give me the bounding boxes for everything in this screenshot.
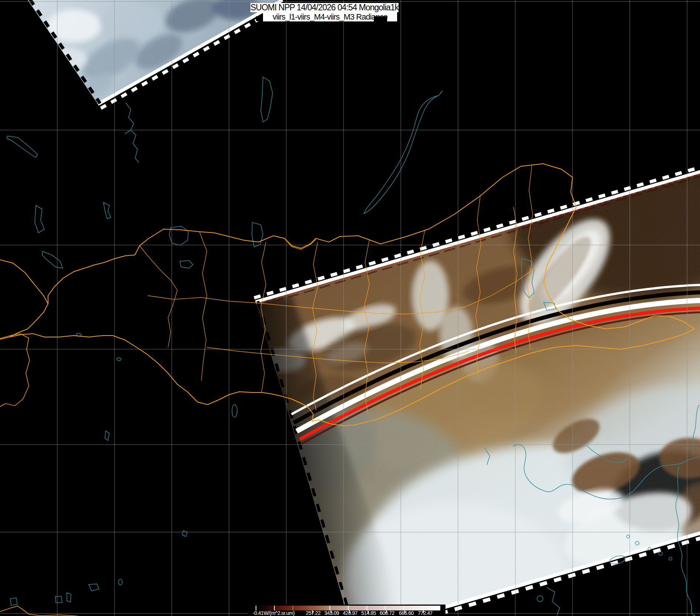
satellite-scene xyxy=(0,0,700,616)
radiance-colorbar: -0.41W/(m^2.sr.um) 257.22343.09428.97514… xyxy=(248,605,445,616)
satellite-swath xyxy=(248,142,700,616)
swath-terrain-texture xyxy=(256,142,700,616)
colorbar-tick-label: 343.09 xyxy=(324,610,339,616)
colorbar-unit-label: -0.41W/(m^2.sr.um) xyxy=(253,610,294,616)
colorbar-tick-label: 772.47 xyxy=(418,610,433,616)
colorbar-endcap xyxy=(438,606,440,610)
satellite-viewer-canvas: SUOMI NPP 14/04/2026 04:54 Mongolia1km v… xyxy=(0,0,700,616)
colorbar-tick-label: 686.60 xyxy=(399,610,414,616)
fragment-cloud-texture xyxy=(22,0,284,111)
colorbar-tick-label: 428.97 xyxy=(343,610,358,616)
colorbar-tick-label: 600.72 xyxy=(380,610,395,616)
colorbar-tick-label: 257.22 xyxy=(306,610,321,616)
colorbar-tick-label: 514.85 xyxy=(361,610,376,616)
swath-fragment xyxy=(22,0,286,111)
